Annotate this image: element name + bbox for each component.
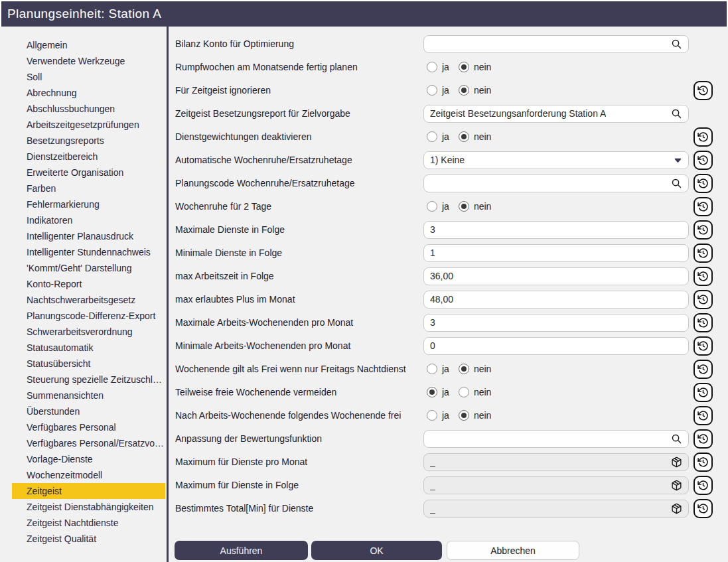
history-button[interactable] <box>693 453 713 472</box>
ausfuehren-button[interactable]: Ausführen <box>175 541 308 560</box>
history-button[interactable] <box>693 476 713 495</box>
history-button[interactable] <box>693 499 713 518</box>
radio-option-ja[interactable]: ja <box>427 131 449 142</box>
search-field[interactable] <box>423 35 689 53</box>
chevron-down-icon[interactable] <box>674 156 682 165</box>
radio-option-ja[interactable]: ja <box>427 387 449 397</box>
radio-option-nein[interactable]: nein <box>459 131 491 142</box>
sidebar-item[interactable]: Dienstzeitbereich <box>12 149 165 165</box>
text-field[interactable]: 0 <box>423 337 689 355</box>
readonly-field: _ <box>423 453 689 471</box>
text-field[interactable]: 36,00 <box>423 267 689 285</box>
field-value: _ <box>430 457 435 467</box>
sidebar-item[interactable]: Verwendete Werkzeuge <box>12 53 165 69</box>
field-label: Nach Arbeits-Wochenende folgendes Wochen… <box>175 407 401 425</box>
sidebar-item-label: Planungscode-Differenz-Export <box>27 311 155 321</box>
sidebar-item[interactable]: Zeitgeist Nachtdienste <box>12 515 165 531</box>
sidebar-item[interactable]: Besetzungsreports <box>12 133 165 149</box>
search-icon[interactable] <box>671 38 682 50</box>
history-button[interactable] <box>693 383 713 402</box>
sidebar-item-label: Verfügbares Personal/Ersatzvo… <box>27 438 164 449</box>
sidebar-item-label: Summenansichten <box>27 390 104 401</box>
sidebar-item[interactable]: Zeitgeist Qualität <box>12 531 165 547</box>
search-icon[interactable] <box>671 108 682 119</box>
sidebar-item-label: Fehlermarkierung <box>27 199 100 210</box>
text-field[interactable]: 1 <box>423 244 689 262</box>
sidebar-item[interactable]: Indikatoren <box>12 212 165 228</box>
sidebar-item[interactable]: Abrechnung <box>12 85 165 101</box>
sidebar-item[interactable]: Vorlage-Dienste <box>12 451 165 467</box>
sidebar-item[interactable]: Verfügbares Personal <box>12 419 165 435</box>
sidebar-item[interactable]: Verfügbares Personal/Ersatzvo… <box>12 435 165 451</box>
history-button[interactable] <box>693 429 713 449</box>
sidebar-item[interactable]: Überstunden <box>12 403 165 419</box>
sidebar-item[interactable]: Statusübersicht <box>12 356 165 372</box>
radio-option-ja[interactable]: ja <box>427 364 449 374</box>
field-affordance <box>674 156 682 165</box>
sidebar-item[interactable]: Intelligenter Stundennachweis <box>12 244 165 260</box>
radio-option-ja[interactable]: ja <box>427 201 449 212</box>
radio-label: nein <box>474 201 491 212</box>
text-field[interactable]: 3 <box>423 221 689 239</box>
radio-label: ja <box>442 201 449 212</box>
sidebar-item[interactable]: Schwerarbeitsverordnung <box>12 324 165 340</box>
radio-option-nein[interactable]: nein <box>459 387 491 397</box>
readonly-field: _ <box>423 476 689 494</box>
search-field[interactable]: Zeitgeist Besetzungsanforderung Station … <box>423 105 689 123</box>
history-button[interactable] <box>693 151 713 170</box>
sidebar-item[interactable]: Fehlermarkierung <box>12 196 165 212</box>
sidebar-item[interactable]: Wochenzeitmodell <box>12 467 165 483</box>
sidebar-item[interactable]: Zeitgeist Dienstabhängigkeiten <box>12 499 165 515</box>
ok-button[interactable]: OK <box>311 541 442 560</box>
radio-option-ja[interactable]: ja <box>427 85 449 96</box>
radio-option-ja[interactable]: ja <box>427 62 449 72</box>
sidebar-item-label: Allgemein <box>27 40 67 50</box>
history-button[interactable] <box>693 220 713 240</box>
sidebar-item[interactable]: Konto-Report <box>12 276 165 292</box>
radio-option-nein[interactable]: nein <box>459 85 491 96</box>
sidebar-item[interactable]: 'Kommt/Geht' Darstellung <box>12 260 165 276</box>
sidebar-item[interactable]: Soll <box>12 69 165 85</box>
sidebar-item[interactable]: Steuerung spezielle Zeitzuschl… <box>12 372 165 387</box>
history-button[interactable] <box>693 81 713 100</box>
search-field[interactable] <box>423 430 689 448</box>
radio-option-nein[interactable]: nein <box>459 62 491 72</box>
sidebar-item[interactable]: Abschlussbuchungen <box>12 101 165 117</box>
sidebar-item[interactable]: Farben <box>12 180 165 196</box>
history-button[interactable] <box>693 197 713 216</box>
sidebar-item[interactable]: Nachtschwerarbeitsgesetz <box>12 292 165 308</box>
radio-group: janein <box>427 128 491 146</box>
history-icon <box>697 457 709 468</box>
history-button[interactable] <box>693 244 713 263</box>
text-field[interactable]: 48,00 <box>423 291 689 309</box>
page-title: Planungseinheit: Station A <box>7 7 161 21</box>
history-button[interactable] <box>693 360 713 379</box>
sidebar-item[interactable]: Intelligenter Planausdruck <box>12 228 165 244</box>
radio-option-nein[interactable]: nein <box>459 410 491 421</box>
history-button[interactable] <box>693 174 713 193</box>
history-button[interactable] <box>693 290 713 309</box>
search-icon[interactable] <box>671 433 682 445</box>
history-button[interactable] <box>693 336 713 356</box>
history-button[interactable] <box>693 267 713 286</box>
sidebar-item[interactable]: Summenansichten <box>12 387 165 403</box>
history-button[interactable] <box>693 406 713 425</box>
sidebar-item[interactable]: Statusautomatik <box>12 340 165 356</box>
sidebar-item[interactable]: Allgemein <box>12 37 165 53</box>
select-field[interactable]: 1) Keine <box>423 151 689 169</box>
radio-option-nein[interactable]: nein <box>459 201 491 212</box>
search-icon[interactable] <box>671 178 682 189</box>
history-button[interactable] <box>693 313 713 332</box>
sidebar-item[interactable]: Planungscode-Differenz-Export <box>12 308 165 324</box>
sidebar-item[interactable]: Erweiterte Organisation <box>12 165 165 180</box>
sidebar-item[interactable]: Arbeitszeitgesetzprüfungen <box>12 117 165 133</box>
abbrechen-button[interactable]: Abbrechen <box>447 541 579 560</box>
radio-nein-selected-icon <box>459 131 469 142</box>
sidebar-item-active[interactable]: Zeitgeist <box>12 483 165 499</box>
history-button[interactable] <box>693 127 713 147</box>
search-field[interactable] <box>423 175 689 192</box>
radio-option-ja[interactable]: ja <box>427 410 449 421</box>
radio-option-nein[interactable]: nein <box>459 364 491 374</box>
history-icon <box>697 387 709 398</box>
text-field[interactable]: 3 <box>423 314 689 332</box>
